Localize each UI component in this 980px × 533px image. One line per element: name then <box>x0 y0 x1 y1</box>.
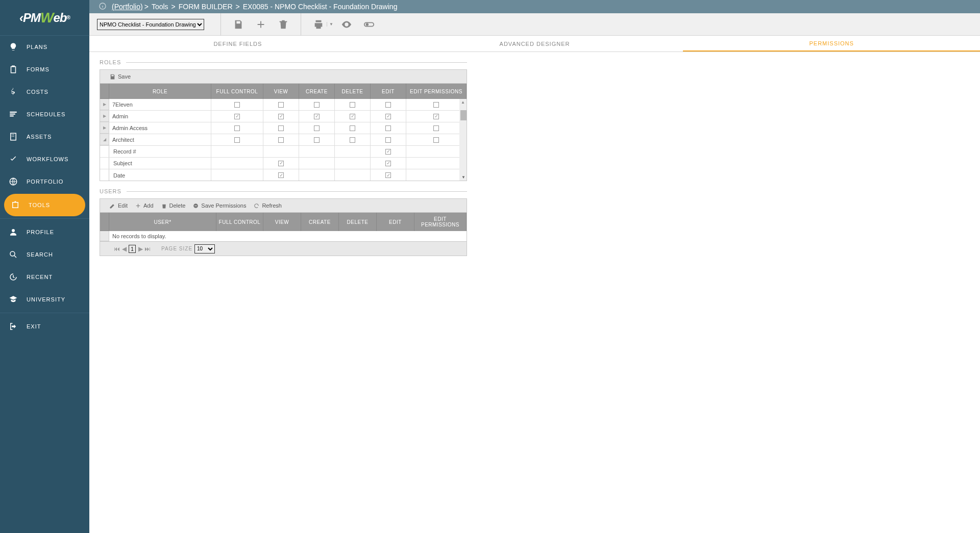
checkbox[interactable] <box>314 137 320 143</box>
checkbox[interactable] <box>350 114 355 119</box>
checkbox[interactable] <box>278 172 284 178</box>
nav-plans[interactable]: PLANS <box>0 36 89 58</box>
table-row[interactable]: ▶ Admin <box>100 111 467 122</box>
expand-icon[interactable]: ▶ <box>100 99 109 110</box>
nav-tools[interactable]: TOOLS <box>4 194 85 216</box>
checkbox[interactable] <box>350 125 355 131</box>
checkbox[interactable] <box>278 102 284 108</box>
col-edit[interactable]: EDIT <box>371 84 406 99</box>
breadcrumb-tools[interactable]: Tools <box>152 3 168 11</box>
collapse-icon[interactable]: ◢ <box>100 134 109 145</box>
nav-workflows[interactable]: WORKFLOWS <box>0 148 89 170</box>
toggle-button[interactable] <box>361 16 377 33</box>
users-edit-button[interactable]: Edit <box>109 202 128 209</box>
svg-rect-7 <box>195 205 197 206</box>
nav-label: COSTS <box>27 89 48 95</box>
checkbox[interactable] <box>234 102 240 108</box>
roles-save-button[interactable]: Save <box>109 73 131 80</box>
expand-icon[interactable]: ▶ <box>100 111 109 122</box>
checkbox[interactable] <box>314 102 320 108</box>
nav-recent[interactable]: RECENT <box>0 266 89 270</box>
checkbox[interactable] <box>433 102 439 108</box>
checkbox[interactable] <box>385 125 391 131</box>
col-fullcontrol[interactable]: FULL CONTROL <box>216 213 263 231</box>
table-subrow[interactable]: Subject <box>100 158 467 169</box>
nav-label: TOOLS <box>29 202 50 208</box>
pager-prev-icon[interactable]: ◀ <box>120 245 128 252</box>
add-button[interactable] <box>253 16 269 33</box>
checkbox[interactable] <box>314 125 320 131</box>
checkbox[interactable] <box>433 137 439 143</box>
checkbox[interactable] <box>350 102 355 108</box>
checkbox[interactable] <box>278 161 284 166</box>
pager-next-icon[interactable]: ▶ <box>137 245 144 252</box>
table-subrow[interactable]: Record # <box>100 146 467 158</box>
table-row[interactable]: ▶ Admin Access <box>100 122 467 134</box>
users-add-button[interactable]: Add <box>135 202 154 209</box>
col-role[interactable]: ROLE <box>109 84 211 99</box>
record-select[interactable]: NPMO Checklist - Foundation Drawing <box>97 19 204 30</box>
nav-forms[interactable]: FORMS <box>0 58 89 81</box>
tab-define-fields[interactable]: DEFINE FIELDS <box>89 36 386 52</box>
info-icon[interactable] <box>99 2 107 12</box>
checkbox[interactable] <box>314 114 320 119</box>
nav-schedules[interactable]: SCHEDULES <box>0 103 89 125</box>
print-dropdown[interactable]: ▼ <box>327 22 333 27</box>
col-editperm[interactable]: EDIT PERMISSIONS <box>414 213 467 231</box>
pager-first-icon[interactable]: ⏮ <box>113 245 120 252</box>
checkbox[interactable] <box>234 114 240 119</box>
print-button[interactable] <box>310 16 327 33</box>
nav-costs[interactable]: COSTS <box>0 81 89 103</box>
checkbox[interactable] <box>385 102 391 108</box>
checkbox[interactable] <box>385 149 391 155</box>
scrollbar[interactable] <box>460 110 467 120</box>
pager-last-icon[interactable]: ⏭ <box>144 245 151 252</box>
checkbox[interactable] <box>278 137 284 143</box>
nav-profile[interactable]: PROFILE <box>0 221 89 243</box>
page-size-select[interactable]: 10 <box>194 244 215 253</box>
users-saveperm-button[interactable]: Save Permissions <box>192 202 246 209</box>
save-button[interactable] <box>230 16 247 33</box>
expand-icon[interactable]: ▶ <box>100 122 109 134</box>
roles-title: ROLES <box>100 59 121 65</box>
checkbox[interactable] <box>385 114 391 119</box>
checkbox[interactable] <box>385 161 391 166</box>
table-row[interactable]: ▶ 7Eleven <box>100 99 467 111</box>
nav-assets[interactable]: ASSETS <box>0 125 89 148</box>
checkbox[interactable] <box>234 125 240 131</box>
delete-button[interactable] <box>275 16 291 33</box>
col-edit[interactable]: EDIT <box>377 213 414 231</box>
table-row[interactable]: ◢ Architect <box>100 134 467 146</box>
col-delete[interactable]: DELETE <box>339 213 377 231</box>
col-user[interactable]: USER* <box>109 213 216 231</box>
col-view[interactable]: VIEW <box>263 84 299 99</box>
tab-permissions[interactable]: PERMISSIONS <box>683 36 980 52</box>
checkbox[interactable] <box>278 125 284 131</box>
checkbox[interactable] <box>385 172 391 178</box>
nav-search[interactable]: SEARCH <box>0 243 89 266</box>
checkbox[interactable] <box>350 137 355 143</box>
table-subrow[interactable]: Date <box>100 169 467 181</box>
checkbox[interactable] <box>433 114 439 119</box>
users-delete-button[interactable]: Delete <box>161 202 186 209</box>
checkbox[interactable] <box>278 114 284 119</box>
checkbox[interactable] <box>234 137 240 143</box>
breadcrumb-portfolio[interactable]: (Portfolio) <box>112 3 143 11</box>
tab-advanced-designer[interactable]: ADVANCED DESIGNER <box>386 36 683 52</box>
col-create[interactable]: CREATE <box>301 213 339 231</box>
page-number[interactable]: 1 <box>129 245 136 253</box>
checkbox[interactable] <box>385 137 391 143</box>
col-view[interactable]: VIEW <box>263 213 301 231</box>
users-grid-header: USER* FULL CONTROL VIEW CREATE DELETE ED… <box>100 213 467 231</box>
users-refresh-button[interactable]: Refresh <box>253 202 282 209</box>
col-editperm[interactable]: EDIT PERMISSIONS <box>406 84 467 99</box>
checkbox[interactable] <box>433 125 439 131</box>
breadcrumb-formbuilder[interactable]: FORM BUILDER <box>179 3 233 11</box>
scroll-down-icon[interactable]: ▼ <box>460 173 467 181</box>
nav-portfolio[interactable]: PORTFOLIO <box>0 170 89 193</box>
no-records: No records to display. <box>109 231 169 241</box>
col-fullcontrol[interactable]: FULL CONTROL <box>211 84 263 99</box>
col-create[interactable]: CREATE <box>299 84 335 99</box>
view-button[interactable] <box>338 16 355 33</box>
col-delete[interactable]: DELETE <box>335 84 371 99</box>
